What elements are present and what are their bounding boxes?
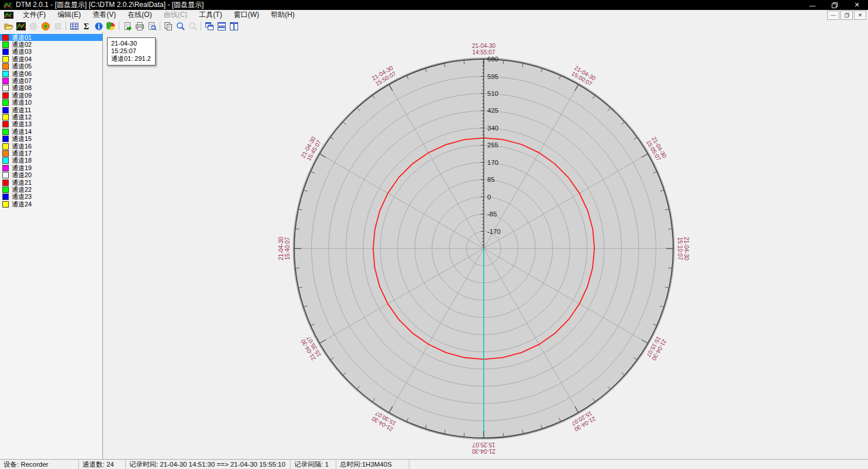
- channel-label: 通道21: [12, 180, 32, 186]
- toolbar-tile-horizontal-button[interactable]: [215, 20, 228, 32]
- channel-color-swatch: [2, 150, 9, 157]
- channel-label: 通道03: [12, 49, 32, 55]
- channel-item-23[interactable]: 通道23: [0, 194, 102, 201]
- cascade-windows-icon: [205, 22, 214, 31]
- toolbar-record-inactive-button: [27, 20, 39, 32]
- channel-color-swatch: [2, 180, 9, 186]
- channel-item-12[interactable]: 通道12: [0, 113, 102, 120]
- channel-item-1[interactable]: 通道01: [0, 34, 102, 41]
- mdi-restore-button[interactable]: [841, 11, 853, 20]
- channel-item-15[interactable]: 通道15: [0, 135, 102, 142]
- toolbar-export-button[interactable]: [121, 20, 133, 32]
- channel-item-11[interactable]: 通道11: [0, 106, 102, 113]
- menu-item-7[interactable]: 窗口(W): [228, 10, 265, 20]
- axis-tick-label: 425: [487, 107, 498, 114]
- menu-item-3[interactable]: 查看(V): [87, 10, 122, 20]
- menu-item-6[interactable]: 工具(T): [193, 10, 228, 20]
- toolbar-print-button[interactable]: [133, 20, 146, 32]
- channel-color-swatch: [2, 85, 9, 91]
- close-button[interactable]: ✕: [846, 0, 868, 10]
- axis-tick-label: 510: [487, 90, 498, 97]
- toolbar-print-preview-button[interactable]: [146, 20, 158, 32]
- toolbar-pie-chart-button[interactable]: [105, 20, 117, 32]
- channel-color-swatch: [2, 35, 9, 41]
- channel-color-swatch: [2, 78, 9, 84]
- channel-item-14[interactable]: 通道14: [0, 128, 102, 135]
- channel-item-20[interactable]: 通道20: [0, 171, 102, 178]
- channel-label: 通道10: [12, 99, 32, 106]
- menu-item-2[interactable]: 编辑(E): [51, 10, 87, 20]
- channel-item-9[interactable]: 通道09: [0, 92, 102, 99]
- toolbar-stop-button: [51, 20, 64, 32]
- minimize-button[interactable]: —: [801, 0, 824, 10]
- axis-tick-label: 170: [487, 159, 498, 166]
- statistics-sigma-icon: Σ: [82, 22, 91, 31]
- channel-item-3[interactable]: 通道03: [0, 49, 102, 56]
- menu-bar: 文件(F)编辑(E)查看(V)在线(O)曲线(C)工具(T)窗口(W)帮助(H)…: [0, 10, 868, 20]
- channel-item-19[interactable]: 通道19: [0, 164, 102, 171]
- menu-item-1[interactable]: 文件(F): [17, 10, 51, 20]
- channel-list: 通道01通道02通道03通道04通道05通道06通道07通道08通道09通道10…: [0, 32, 103, 459]
- mdi-window-controls: — ✕: [827, 11, 866, 20]
- axis-tick-label: 340: [487, 125, 498, 132]
- title-bar: DTM 2.0.1 - [圆盘显示] [C:\DTM 2.0.2\RealDat…: [0, 0, 868, 10]
- restore-button[interactable]: [824, 0, 846, 10]
- channel-item-8[interactable]: 通道08: [0, 85, 102, 92]
- mdi-minimize-button[interactable]: —: [827, 11, 839, 20]
- toolbar-statistics-sigma-button[interactable]: Σ: [80, 20, 92, 32]
- channel-item-2[interactable]: 通道02: [0, 41, 102, 48]
- toolbar-tile-vertical-button[interactable]: [228, 20, 240, 32]
- open-file-icon: [4, 22, 13, 31]
- axis-tick-label: 85: [487, 176, 495, 183]
- menu-item-4[interactable]: 在线(O): [122, 10, 157, 20]
- channel-item-10[interactable]: 通道10: [0, 99, 102, 106]
- channel-label: 通道23: [12, 194, 32, 200]
- channel-color-swatch: [2, 99, 9, 106]
- channel-item-16[interactable]: 通道16: [0, 143, 102, 150]
- axis-tick-label: 680: [487, 56, 498, 63]
- channel-item-13[interactable]: 通道13: [0, 121, 102, 128]
- channel-item-4[interactable]: 通道04: [0, 56, 102, 63]
- channel-color-swatch: [2, 136, 9, 142]
- window-controls: — ✕: [801, 0, 868, 10]
- time-label: 21-04-3014:55:07: [472, 43, 495, 56]
- toolbar-copy-button[interactable]: [162, 20, 174, 32]
- channel-label: 通道24: [12, 201, 32, 208]
- channel-item-5[interactable]: 通道05: [0, 63, 102, 70]
- status-total-time: 总时间:1H3M40S: [336, 460, 409, 469]
- toolbar-info-button[interactable]: [92, 20, 105, 32]
- channel-color-swatch: [2, 49, 9, 55]
- time-label: 21-04-3015:40:07: [278, 237, 291, 260]
- mdi-restore-icon: [845, 13, 849, 18]
- polar-disc-chart[interactable]: 680595510425340255170850-85-17021-04-301…: [103, 32, 868, 459]
- polar-chart-svg[interactable]: 680595510425340255170850-85-17021-04-301…: [103, 32, 867, 460]
- toolbar-open-file-button[interactable]: [2, 20, 15, 32]
- window-title: DTM 2.0.1 - [圆盘显示] [C:\DTM 2.0.2\RealDat…: [16, 0, 801, 10]
- channel-item-22[interactable]: 通道22: [0, 186, 102, 193]
- channel-label: 通道02: [12, 42, 32, 48]
- mdi-close-button[interactable]: ✕: [854, 11, 866, 20]
- channel-item-17[interactable]: 通道17: [0, 150, 102, 157]
- menu-item-8[interactable]: 帮助(H): [265, 10, 301, 20]
- channel-item-7[interactable]: 通道07: [0, 77, 102, 84]
- channel-item-21[interactable]: 通道21: [0, 179, 102, 186]
- document-icon[interactable]: [4, 12, 13, 19]
- channel-color-swatch: [2, 92, 9, 99]
- channel-label: 通道09: [12, 92, 32, 99]
- channel-item-6[interactable]: 通道06: [0, 70, 102, 77]
- toolbar-separator: [119, 22, 119, 30]
- channel-color-swatch: [2, 129, 9, 135]
- channel-color-swatch: [2, 71, 9, 77]
- channel-item-24[interactable]: 通道24: [0, 201, 102, 208]
- toolbar-cascade-windows-button[interactable]: [203, 20, 215, 32]
- status-bar: 设备: Recorder 通道数: 24 记录时间: 21-04-30 14:5…: [0, 460, 868, 469]
- toolbar-zoom-button[interactable]: [174, 20, 187, 32]
- toolbar-separator: [160, 22, 160, 30]
- toolbar-data-table-button[interactable]: [68, 20, 80, 32]
- channel-color-swatch: [2, 107, 9, 113]
- channel-item-18[interactable]: 通道18: [0, 157, 102, 164]
- channel-label: 通道07: [12, 78, 32, 84]
- channel-label: 通道17: [12, 150, 32, 157]
- toolbar-curve-display-button[interactable]: [15, 20, 27, 32]
- toolbar-record-active-button[interactable]: [39, 20, 51, 32]
